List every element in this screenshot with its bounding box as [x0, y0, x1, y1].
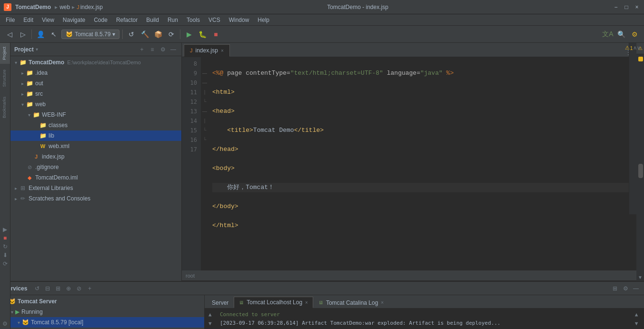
tab-close-icon[interactable]: × — [221, 48, 224, 53]
toolbar-sep1 — [31, 30, 32, 39]
minimize-button[interactable]: − — [613, 4, 619, 10]
toolbar-search-btn[interactable]: 🔍 — [615, 29, 627, 40]
menu-file[interactable]: File — [2, 16, 19, 24]
log-scroll-up-btn[interactable]: ▲ — [208, 310, 216, 319]
services-item-tomcat-server[interactable]: ▾ 🐱 Tomcat Server — [0, 296, 204, 307]
services-tree: ▾ 🐱 Tomcat Server ▾ ▶ Running ▾ 🐱 Tomcat… — [0, 295, 205, 329]
toolbar-refresh-btn[interactable]: ↺ — [126, 29, 137, 40]
services-item-tomcat-local[interactable]: ▾ 🐱 Tomcat 8.5.79 [local] — [0, 317, 204, 328]
tree-item-extlibs[interactable]: ▸ ⊞ External Libraries — [10, 183, 181, 193]
scroll-bottom-btn[interactable]: ▼ — [636, 273, 644, 281]
menu-navigate[interactable]: Navigate — [59, 16, 89, 24]
log-tab-localhost[interactable]: 🖥 Tomcat Localhost Log × — [234, 297, 313, 308]
menu-run[interactable]: Run — [164, 16, 182, 24]
running-label: Running — [21, 309, 43, 315]
menu-view[interactable]: View — [38, 16, 58, 24]
log-right-down-btn[interactable]: ▼ — [635, 319, 638, 328]
code-editor[interactable]: ⚠ 1 ∧ ∨ 8 9 10 11 12 13 14 15 16 1 — [182, 57, 636, 270]
tree-item-idea[interactable]: ▸ 📁 .idea — [10, 68, 181, 78]
scroll-thumb[interactable] — [638, 164, 643, 178]
fold-12: └ — [201, 97, 208, 107]
tree-item-root[interactable]: ▾ 📁 TomcatDemo E:\workplace\idea\TomcatD… — [10, 57, 181, 68]
toolbar-debug-btn[interactable]: 🐛 — [197, 29, 208, 40]
services-minimize-btn[interactable]: — — [632, 284, 640, 293]
services-expand-btn[interactable]: ⊞ — [54, 284, 62, 293]
panel-close-btn[interactable]: — — [169, 45, 178, 54]
toolbar-run-btn[interactable]: ▶ — [183, 29, 195, 40]
toolbar-sync-btn[interactable]: ⟳ — [166, 29, 177, 40]
bookmarks-tab[interactable]: Bookmarks — [0, 93, 10, 122]
toolbar-forward-btn[interactable]: ▷ — [17, 29, 29, 40]
services-gear-btn[interactable]: ⚙ — [621, 284, 630, 293]
tree-item-webxml[interactable]: ▸ W web.xml — [10, 141, 181, 151]
log-tab-catalina[interactable]: 🖥 Tomcat Catalina Log × — [313, 297, 389, 308]
tomcat-config-selector[interactable]: 🐱 Tomcat 8.5.79 ▾ — [61, 30, 119, 39]
services-item-running[interactable]: ▾ ▶ Running — [0, 307, 204, 317]
services-settings2-btn[interactable]: ⊞ — [611, 284, 619, 293]
log-scroll-down-btn[interactable]: ▼ — [208, 319, 216, 328]
lib-label: lib — [49, 132, 54, 139]
tree-item-webinf[interactable]: ▾ 📁 WEB-INF — [10, 110, 181, 120]
tree-item-web[interactable]: ▾ 📁 web — [10, 99, 181, 110]
tree-item-scratches[interactable]: ▸ ✏ Scratches and Consoles — [10, 193, 181, 204]
breadcrumb-bar: root — [182, 270, 636, 281]
extlibs-arrow: ▸ — [12, 185, 19, 191]
webinf-arrow: ▾ — [26, 111, 32, 118]
indexjsp-icon: J — [32, 153, 40, 160]
toolbar-translate-btn[interactable]: 文A — [602, 29, 614, 40]
panel-settings-btn[interactable]: ⚙ — [159, 45, 167, 54]
lib-icon: 📁 — [39, 132, 47, 140]
toolbar-person-btn[interactable]: 👤 — [35, 29, 46, 40]
toolbar-stop-btn[interactable]: ■ — [210, 29, 221, 40]
tree-item-out[interactable]: ▸ 📁 out — [10, 78, 181, 89]
project-tab[interactable]: Project — [0, 43, 10, 64]
log-tab-localhost-close[interactable]: × — [305, 300, 308, 305]
tag-title-close: </title> — [294, 127, 324, 134]
tree-item-src[interactable]: ▸ 📁 src — [10, 89, 181, 99]
line-num-10: 10 — [182, 78, 197, 88]
services-filter-btn[interactable]: ⊘ — [75, 284, 83, 293]
toolbar-cursor-btn[interactable]: ↖ — [48, 29, 59, 40]
menu-code[interactable]: Code — [90, 16, 111, 24]
services-refresh-btn[interactable]: ↺ — [33, 284, 41, 293]
tree-item-classes[interactable]: ▸ 📁 classes — [10, 120, 181, 130]
menu-tools[interactable]: Tools — [183, 16, 204, 24]
toolbar-back-btn[interactable]: ◁ — [4, 29, 15, 40]
menu-help[interactable]: Help — [254, 16, 273, 24]
webxml-icon: W — [39, 142, 47, 150]
editor-tab-indexjsp[interactable]: J index.jsp × — [184, 44, 230, 57]
log-content[interactable]: ▲ ▼ ⊘ 📌 Connected to server [2023-09-17 … — [205, 309, 644, 329]
services-add-btn[interactable]: + — [85, 284, 94, 293]
log-right-up-btn[interactable]: ▲ — [635, 310, 638, 319]
panel-add-btn[interactable]: + — [138, 45, 146, 54]
menu-build[interactable]: Build — [142, 16, 163, 24]
code-line-8: <%@ page contentType="text/html;charset=… — [212, 69, 633, 78]
code-line-14: 你好，Tomcat！ — [212, 183, 633, 192]
menu-bar: File Edit View Navigate Code Refactor Bu… — [0, 14, 644, 26]
attr-language: language= — [387, 70, 420, 77]
structure-tab[interactable]: Structure — [0, 66, 10, 91]
toolbar-settings-btn[interactable]: ⚙ — [629, 29, 640, 40]
menu-window[interactable]: Window — [225, 16, 253, 24]
panel-collapse-btn[interactable]: ≡ — [148, 45, 157, 54]
toolbar-build-btn[interactable]: 🔨 — [139, 29, 150, 40]
menu-edit[interactable]: Edit — [20, 16, 37, 24]
services-collapse-btn[interactable]: ⊟ — [43, 284, 52, 293]
services-group-btn[interactable]: ⊕ — [64, 284, 73, 293]
services-side-settings[interactable]: ⚙ — [2, 320, 8, 327]
log-tab-catalina-close[interactable]: × — [381, 300, 384, 305]
menu-refactor[interactable]: Refactor — [112, 16, 141, 24]
tree-item-gitignore[interactable]: ▸ ⊘ .gitignore — [10, 162, 181, 172]
tree-item-iml[interactable]: ▸ ◆ TomcatDemo.iml — [10, 172, 181, 183]
title-module: web — [59, 4, 70, 10]
toolbar-build2-btn[interactable]: 📦 — [152, 29, 164, 40]
code-content[interactable]: <%@ page contentType="text/html;charset=… — [208, 57, 636, 270]
maximize-button[interactable]: □ — [623, 4, 630, 10]
menu-vcs[interactable]: VCS — [205, 16, 224, 24]
tree-item-indexjsp[interactable]: ▸ J index.jsp — [10, 151, 181, 162]
scroll-track[interactable] — [636, 54, 644, 273]
classes-label: classes — [49, 122, 68, 129]
tree-item-lib[interactable]: ▸ 📁 lib — [10, 130, 181, 141]
close-button[interactable]: × — [634, 4, 640, 10]
log-tab-server[interactable]: Server — [207, 297, 234, 308]
